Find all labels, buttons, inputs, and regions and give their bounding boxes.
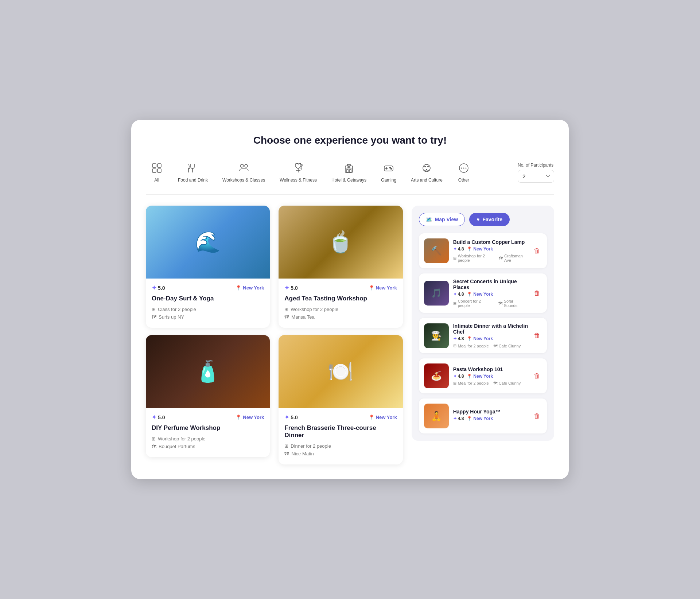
fav-item-copper[interactable]: 🔨 Build a Custom Copper Lamp ✦ 4.8 📍 New… <box>419 233 547 268</box>
delete-copper[interactable]: 🗑 <box>532 246 542 256</box>
fav-details-michelin: ⊞ Meal for 2 people 🗺 Cafe Clunny <box>453 343 528 348</box>
card-image-surf: 🌊 <box>146 206 270 279</box>
fav-info-copper: Build a Custom Copper Lamp ✦ 4.8 📍 New Y… <box>453 239 528 262</box>
category-other[interactable]: Other <box>453 159 475 186</box>
fav-title-michelin: Intimate Dinner with a Michelin Chef <box>453 323 528 335</box>
card-body-tea: ✦ 5.0 📍 New York Aged Tea Tasting Worksh… <box>279 279 402 328</box>
card-perfume[interactable]: 🧴 ✦ 5.0 📍 New York DIY Perfume Workshop <box>146 335 270 457</box>
location-concerts: New York <box>473 292 493 297</box>
fav-info-pasta: Pasta Workshop 101 ✦ 4.8 📍 New York <box>453 366 528 386</box>
type-text-dinner: Dinner for 2 people <box>291 443 331 449</box>
rating-yoga: 4.8 <box>458 416 464 421</box>
fav-venue-concerts: 🗺 Sofar Sounds <box>498 299 528 308</box>
fav-location-michelin: 📍 New York <box>467 336 493 341</box>
star-icon-t: ✦ <box>284 284 289 291</box>
fav-item-concerts[interactable]: 🎵 Secret Concerts in Unique Places ✦ 4.8… <box>419 273 547 313</box>
svg-point-7 <box>245 164 248 167</box>
venue-text-dinner: Nice Matin <box>291 451 314 456</box>
fav-rating-pasta: ✦ 4.8 <box>453 374 464 379</box>
card-tea[interactable]: 🍵 ✦ 5.0 📍 New York Aged Tea Tasting Work… <box>279 206 402 328</box>
fav-title-pasta: Pasta Workshop 101 <box>453 366 528 372</box>
people-icon-m: ⊞ <box>453 343 456 348</box>
fav-details-copper: ⊞ Workshop for 2 people 🗺 Craftsman Ave <box>453 254 528 262</box>
svg-rect-1 <box>158 164 161 167</box>
card-type-dinner: ⊞ Dinner for 2 people <box>284 443 397 449</box>
star-icon-c: ✦ <box>453 246 457 252</box>
fav-location-yoga: 📍 New York <box>467 416 493 421</box>
category-wellness-label: Wellness & Fitness <box>280 178 317 183</box>
card-meta-dinner: ✦ 5.0 📍 New York <box>284 414 397 421</box>
fav-info-michelin: Intimate Dinner with a Michelin Chef ✦ 4… <box>453 323 528 348</box>
fav-type-pasta: ⊞ Meal for 2 people <box>453 381 489 386</box>
favorite-button[interactable]: ♥ Favorite <box>469 213 510 226</box>
category-workshops[interactable]: Workshops & Classes <box>218 159 269 186</box>
map-icon-m: 🗺 <box>493 344 497 348</box>
category-bar: All Food and Drink Workshops & Classes <box>146 159 554 195</box>
card-venue-dinner: 🗺 Nice Matin <box>284 451 397 456</box>
category-gaming[interactable]: Gaming <box>377 159 401 186</box>
category-wellness[interactable]: Wellness & Fitness <box>275 159 321 186</box>
card-dinner[interactable]: 🍽️ ✦ 5.0 📍 New York French Brasserie Thr… <box>279 335 402 464</box>
card-image-tea: 🍵 <box>279 206 402 279</box>
svg-rect-2 <box>152 169 156 172</box>
fav-item-pasta[interactable]: 🍝 Pasta Workshop 101 ✦ 4.8 📍 New York <box>419 358 547 393</box>
delete-concerts[interactable]: 🗑 <box>532 288 542 299</box>
app-container: Choose one experience you want to try! A… <box>131 120 569 479</box>
delete-pasta[interactable]: 🗑 <box>532 371 542 381</box>
fav-item-yoga[interactable]: 🧘 Happy Hour Yoga™ ✦ 4.8 📍 New York <box>419 398 547 433</box>
fav-item-michelin[interactable]: 👨‍🍳 Intimate Dinner with a Michelin Chef… <box>419 318 547 353</box>
star-icon: ✦ <box>152 284 156 291</box>
map-icon-d: 🗺 <box>284 451 289 456</box>
card-type-surf: ⊞ Class for 2 people <box>152 307 264 312</box>
category-workshops-label: Workshops & Classes <box>222 178 265 183</box>
delete-yoga[interactable]: 🗑 <box>532 411 542 421</box>
left-column: 🌊 ✦ 5.0 📍 New York One-Day Surf & Yoga <box>146 206 270 457</box>
star-icon-pa: ✦ <box>453 374 457 379</box>
card-venue-perfume: 🗺 Bouquet Parfums <box>152 444 264 449</box>
location-copper: New York <box>473 246 493 252</box>
rating-value-surf: 5.0 <box>158 285 165 291</box>
rating-copper: 4.8 <box>458 246 464 252</box>
participants-select[interactable]: 2 1 3 4 5 <box>518 170 554 183</box>
rating-perfume: ✦ 5.0 <box>152 414 165 421</box>
fav-info-yoga: Happy Hour Yoga™ ✦ 4.8 📍 New York <box>453 409 528 423</box>
workshops-icon <box>238 162 250 175</box>
card-venue-tea: 🗺 Mansa Tea <box>284 314 397 320</box>
pin-michelin: 📍 <box>467 336 472 341</box>
category-other-label: Other <box>458 178 469 183</box>
favorite-list: 🔨 Build a Custom Copper Lamp ✦ 4.8 📍 New… <box>419 233 547 433</box>
card-body-dinner: ✦ 5.0 📍 New York French Brasserie Three-… <box>279 408 402 464</box>
fav-venue-michelin: 🗺 Cafe Clunny <box>493 344 521 348</box>
star-icon-p: ✦ <box>152 414 156 421</box>
location-text-tea: New York <box>376 285 397 291</box>
heart-icon: ♥ <box>477 217 479 222</box>
fav-location-concerts: 📍 New York <box>467 292 493 297</box>
category-arts[interactable]: Arts and Culture <box>407 159 447 186</box>
people-icon: ⊞ <box>152 307 156 312</box>
category-hotel-label: Hotel & Getaways <box>331 178 366 183</box>
svg-rect-18 <box>349 167 350 168</box>
fav-title-copper: Build a Custom Copper Lamp <box>453 239 528 245</box>
main-content: 🌊 ✦ 5.0 📍 New York One-Day Surf & Yoga <box>146 206 554 464</box>
map-view-button[interactable]: 🗺️ Map View <box>419 213 465 226</box>
type-text-perfume: Workshop for 2 people <box>158 436 206 442</box>
category-food[interactable]: Food and Drink <box>174 159 212 186</box>
card-image-dinner: 🍽️ <box>279 335 402 408</box>
location-text-surf: New York <box>243 285 264 291</box>
hotel-icon <box>343 162 355 175</box>
star-icon-y: ✦ <box>453 416 457 421</box>
fav-type-michelin: ⊞ Meal for 2 people <box>453 343 489 348</box>
delete-michelin[interactable]: 🗑 <box>532 330 542 341</box>
pin-icon-d: 📍 <box>369 415 374 420</box>
category-hotel[interactable]: Hotel & Getaways <box>327 159 371 186</box>
favorite-label: Favorite <box>482 217 502 222</box>
svg-point-30 <box>463 168 464 169</box>
panel-actions: 🗺️ Map View ♥ Favorite <box>419 213 547 226</box>
map-icon-sc: 🗺 <box>498 301 502 306</box>
card-surf-yoga[interactable]: 🌊 ✦ 5.0 📍 New York One-Day Surf & Yoga <box>146 206 270 328</box>
category-all[interactable]: All <box>146 159 168 186</box>
map-view-icon: 🗺️ <box>426 217 432 222</box>
gaming-icon <box>383 162 394 175</box>
rating-value-perfume: 5.0 <box>158 415 165 420</box>
card-type-tea: ⊞ Workshop for 2 people <box>284 307 397 312</box>
